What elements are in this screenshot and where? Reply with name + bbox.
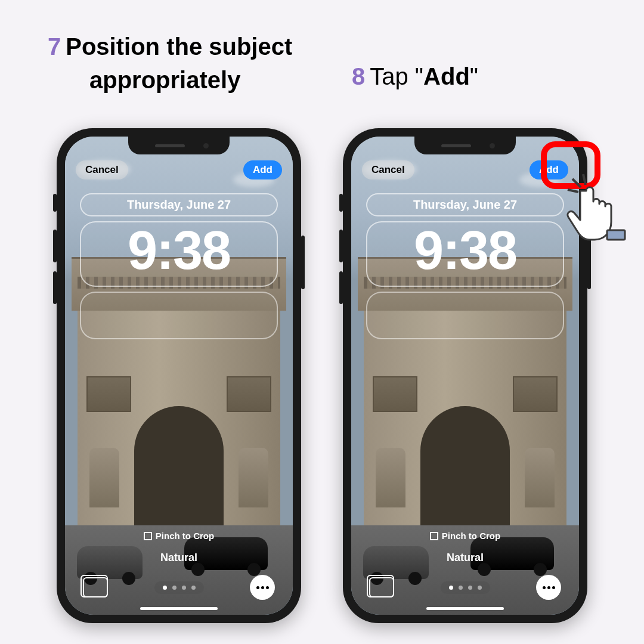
filter-name-label[interactable]: Natural: [65, 552, 293, 564]
step-8-bold: Add: [423, 63, 470, 89]
step-7-text-line1: Position the subject: [66, 33, 292, 60]
phone-screen[interactable]: Cancel Add Thursday, June 27 9:38 Pinch …: [65, 137, 293, 615]
step-7-instruction: 7Position the subject appropriately: [48, 30, 310, 97]
step-8-quote-close: ": [470, 63, 478, 89]
step-8-number: 8: [352, 63, 365, 89]
home-indicator[interactable]: [140, 607, 218, 610]
crop-icon: [430, 532, 438, 540]
cancel-button[interactable]: Cancel: [362, 160, 414, 179]
volume-up-button: [53, 230, 57, 262]
pinch-to-crop-label: Pinch to Crop: [351, 531, 579, 541]
notch: [128, 137, 230, 154]
step-8-prefix: Tap: [370, 63, 415, 89]
date-widget[interactable]: Thursday, June 27: [366, 193, 564, 216]
svg-rect-3: [607, 230, 625, 240]
tap-pointer-icon: [566, 173, 638, 244]
mute-switch: [339, 194, 343, 212]
notch: [414, 137, 516, 154]
cancel-button[interactable]: Cancel: [76, 160, 128, 179]
home-indicator[interactable]: [426, 607, 504, 610]
crop-icon: [144, 532, 152, 540]
date-widget[interactable]: Thursday, June 27: [80, 193, 278, 216]
volume-down-button: [53, 271, 57, 304]
mute-switch: [53, 194, 57, 212]
time-widget[interactable]: 9:38: [80, 221, 278, 287]
phone-mockup-right: Cancel Add Thursday, June 27 9:38 Pinch …: [343, 128, 587, 623]
volume-up-button: [339, 230, 343, 262]
widgets-slot[interactable]: [366, 292, 564, 339]
page-dots[interactable]: [154, 581, 204, 594]
more-button[interactable]: [250, 575, 275, 600]
filter-name-label[interactable]: Natural: [351, 552, 579, 564]
step-7-text-line2: appropriately: [89, 63, 310, 97]
pinch-to-crop-label: Pinch to Crop: [65, 531, 293, 541]
svg-line-1: [583, 174, 586, 185]
volume-down-button: [339, 271, 343, 304]
phone-screen[interactable]: Cancel Add Thursday, June 27 9:38 Pinch …: [351, 137, 579, 615]
step-8-instruction: 8Tap "Add": [352, 60, 478, 93]
time-widget[interactable]: 9:38: [366, 221, 564, 287]
add-button[interactable]: Add: [243, 160, 282, 179]
widgets-slot[interactable]: [80, 292, 278, 339]
photos-button-icon[interactable]: [83, 577, 108, 597]
more-button[interactable]: [536, 575, 561, 600]
page-dots[interactable]: [441, 581, 490, 594]
time-label: 9:38: [81, 222, 277, 277]
step-7-number: 7: [48, 33, 61, 60]
svg-line-2: [568, 190, 578, 192]
power-button: [301, 236, 305, 289]
time-label: 9:38: [367, 222, 563, 277]
phone-mockup-left: Cancel Add Thursday, June 27 9:38 Pinch …: [57, 128, 301, 623]
photos-button-icon[interactable]: [369, 577, 394, 597]
step-8-quote-open: ": [415, 63, 423, 89]
svg-line-0: [572, 179, 581, 187]
